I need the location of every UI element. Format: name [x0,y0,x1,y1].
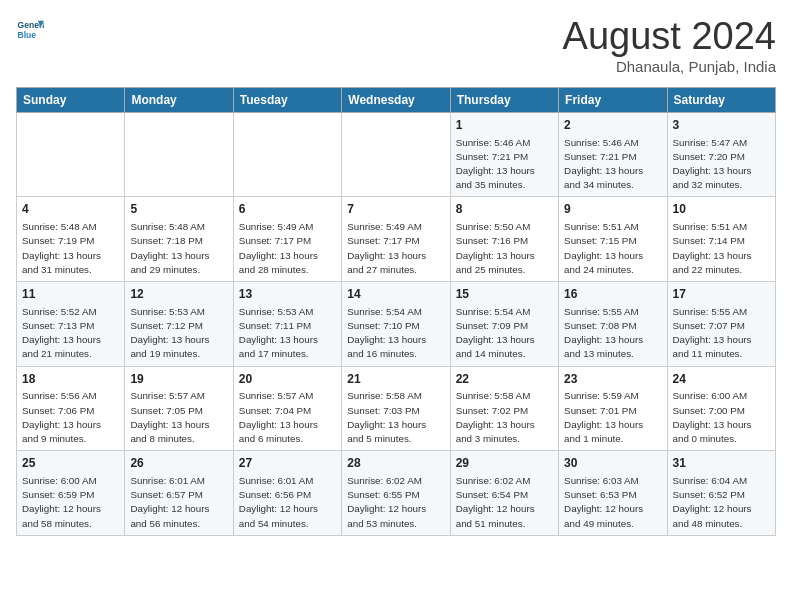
day-number: 6 [239,201,336,218]
day-detail: Sunrise: 5:54 AM Sunset: 7:09 PM Dayligh… [456,305,553,362]
calendar-cell: 25Sunrise: 6:00 AM Sunset: 6:59 PM Dayli… [17,451,125,536]
calendar-cell: 10Sunrise: 5:51 AM Sunset: 7:14 PM Dayli… [667,197,775,282]
calendar-cell: 8Sunrise: 5:50 AM Sunset: 7:16 PM Daylig… [450,197,558,282]
day-detail: Sunrise: 6:04 AM Sunset: 6:52 PM Dayligh… [673,474,770,531]
day-number: 29 [456,455,553,472]
calendar-cell: 7Sunrise: 5:49 AM Sunset: 7:17 PM Daylig… [342,197,450,282]
day-detail: Sunrise: 5:51 AM Sunset: 7:14 PM Dayligh… [673,220,770,277]
day-number: 5 [130,201,227,218]
calendar-cell: 13Sunrise: 5:53 AM Sunset: 7:11 PM Dayli… [233,282,341,367]
calendar-table: SundayMondayTuesdayWednesdayThursdayFrid… [16,87,776,536]
day-number: 7 [347,201,444,218]
day-number: 21 [347,371,444,388]
day-number: 14 [347,286,444,303]
calendar-cell: 4Sunrise: 5:48 AM Sunset: 7:19 PM Daylig… [17,197,125,282]
calendar-cell: 17Sunrise: 5:55 AM Sunset: 7:07 PM Dayli… [667,282,775,367]
weekday-header: Friday [559,87,667,112]
day-number: 16 [564,286,661,303]
weekday-header: Wednesday [342,87,450,112]
day-detail: Sunrise: 5:58 AM Sunset: 7:02 PM Dayligh… [456,389,553,446]
title-block: August 2024 Dhanaula, Punjab, India [563,16,776,75]
calendar-cell: 20Sunrise: 5:57 AM Sunset: 7:04 PM Dayli… [233,366,341,451]
day-detail: Sunrise: 5:59 AM Sunset: 7:01 PM Dayligh… [564,389,661,446]
day-number: 23 [564,371,661,388]
day-number: 1 [456,117,553,134]
day-detail: Sunrise: 5:50 AM Sunset: 7:16 PM Dayligh… [456,220,553,277]
calendar-week-row: 4Sunrise: 5:48 AM Sunset: 7:19 PM Daylig… [17,197,776,282]
calendar-cell: 16Sunrise: 5:55 AM Sunset: 7:08 PM Dayli… [559,282,667,367]
day-number: 3 [673,117,770,134]
calendar-cell: 21Sunrise: 5:58 AM Sunset: 7:03 PM Dayli… [342,366,450,451]
day-number: 30 [564,455,661,472]
calendar-cell: 15Sunrise: 5:54 AM Sunset: 7:09 PM Dayli… [450,282,558,367]
calendar-cell: 22Sunrise: 5:58 AM Sunset: 7:02 PM Dayli… [450,366,558,451]
month-title: August 2024 [563,16,776,58]
day-detail: Sunrise: 5:47 AM Sunset: 7:20 PM Dayligh… [673,136,770,193]
weekday-header: Saturday [667,87,775,112]
day-detail: Sunrise: 5:52 AM Sunset: 7:13 PM Dayligh… [22,305,119,362]
day-detail: Sunrise: 5:49 AM Sunset: 7:17 PM Dayligh… [239,220,336,277]
day-detail: Sunrise: 5:58 AM Sunset: 7:03 PM Dayligh… [347,389,444,446]
day-detail: Sunrise: 5:55 AM Sunset: 7:07 PM Dayligh… [673,305,770,362]
day-detail: Sunrise: 5:54 AM Sunset: 7:10 PM Dayligh… [347,305,444,362]
calendar-week-row: 18Sunrise: 5:56 AM Sunset: 7:06 PM Dayli… [17,366,776,451]
calendar-week-row: 1Sunrise: 5:46 AM Sunset: 7:21 PM Daylig… [17,112,776,197]
calendar-cell: 29Sunrise: 6:02 AM Sunset: 6:54 PM Dayli… [450,451,558,536]
day-number: 24 [673,371,770,388]
day-detail: Sunrise: 5:56 AM Sunset: 7:06 PM Dayligh… [22,389,119,446]
calendar-cell: 30Sunrise: 6:03 AM Sunset: 6:53 PM Dayli… [559,451,667,536]
calendar-cell: 9Sunrise: 5:51 AM Sunset: 7:15 PM Daylig… [559,197,667,282]
calendar-cell: 12Sunrise: 5:53 AM Sunset: 7:12 PM Dayli… [125,282,233,367]
logo: General Blue [16,16,44,44]
day-number: 8 [456,201,553,218]
day-number: 25 [22,455,119,472]
day-number: 4 [22,201,119,218]
day-detail: Sunrise: 5:49 AM Sunset: 7:17 PM Dayligh… [347,220,444,277]
day-detail: Sunrise: 5:51 AM Sunset: 7:15 PM Dayligh… [564,220,661,277]
day-detail: Sunrise: 5:57 AM Sunset: 7:04 PM Dayligh… [239,389,336,446]
calendar-cell: 1Sunrise: 5:46 AM Sunset: 7:21 PM Daylig… [450,112,558,197]
calendar-cell: 11Sunrise: 5:52 AM Sunset: 7:13 PM Dayli… [17,282,125,367]
day-number: 27 [239,455,336,472]
logo-icon: General Blue [16,16,44,44]
day-number: 28 [347,455,444,472]
day-number: 20 [239,371,336,388]
day-number: 19 [130,371,227,388]
day-number: 15 [456,286,553,303]
calendar-cell [342,112,450,197]
page-header: General Blue August 2024 Dhanaula, Punja… [16,16,776,75]
calendar-cell: 31Sunrise: 6:04 AM Sunset: 6:52 PM Dayli… [667,451,775,536]
day-detail: Sunrise: 6:03 AM Sunset: 6:53 PM Dayligh… [564,474,661,531]
calendar-cell: 28Sunrise: 6:02 AM Sunset: 6:55 PM Dayli… [342,451,450,536]
day-detail: Sunrise: 6:01 AM Sunset: 6:57 PM Dayligh… [130,474,227,531]
day-number: 11 [22,286,119,303]
calendar-cell: 2Sunrise: 5:46 AM Sunset: 7:21 PM Daylig… [559,112,667,197]
day-detail: Sunrise: 5:53 AM Sunset: 7:12 PM Dayligh… [130,305,227,362]
calendar-cell [125,112,233,197]
day-number: 2 [564,117,661,134]
calendar-cell: 3Sunrise: 5:47 AM Sunset: 7:20 PM Daylig… [667,112,775,197]
day-detail: Sunrise: 6:00 AM Sunset: 7:00 PM Dayligh… [673,389,770,446]
weekday-header: Tuesday [233,87,341,112]
day-detail: Sunrise: 6:02 AM Sunset: 6:54 PM Dayligh… [456,474,553,531]
day-number: 13 [239,286,336,303]
day-number: 9 [564,201,661,218]
calendar-week-row: 11Sunrise: 5:52 AM Sunset: 7:13 PM Dayli… [17,282,776,367]
day-number: 12 [130,286,227,303]
calendar-cell: 24Sunrise: 6:00 AM Sunset: 7:00 PM Dayli… [667,366,775,451]
calendar-cell: 26Sunrise: 6:01 AM Sunset: 6:57 PM Dayli… [125,451,233,536]
day-detail: Sunrise: 5:55 AM Sunset: 7:08 PM Dayligh… [564,305,661,362]
day-detail: Sunrise: 5:53 AM Sunset: 7:11 PM Dayligh… [239,305,336,362]
day-detail: Sunrise: 6:01 AM Sunset: 6:56 PM Dayligh… [239,474,336,531]
day-detail: Sunrise: 6:00 AM Sunset: 6:59 PM Dayligh… [22,474,119,531]
calendar-cell: 5Sunrise: 5:48 AM Sunset: 7:18 PM Daylig… [125,197,233,282]
svg-text:Blue: Blue [18,30,37,40]
calendar-cell [233,112,341,197]
day-detail: Sunrise: 5:48 AM Sunset: 7:18 PM Dayligh… [130,220,227,277]
location: Dhanaula, Punjab, India [563,58,776,75]
weekday-header: Sunday [17,87,125,112]
day-number: 22 [456,371,553,388]
calendar-cell: 19Sunrise: 5:57 AM Sunset: 7:05 PM Dayli… [125,366,233,451]
day-detail: Sunrise: 5:46 AM Sunset: 7:21 PM Dayligh… [456,136,553,193]
calendar-week-row: 25Sunrise: 6:00 AM Sunset: 6:59 PM Dayli… [17,451,776,536]
